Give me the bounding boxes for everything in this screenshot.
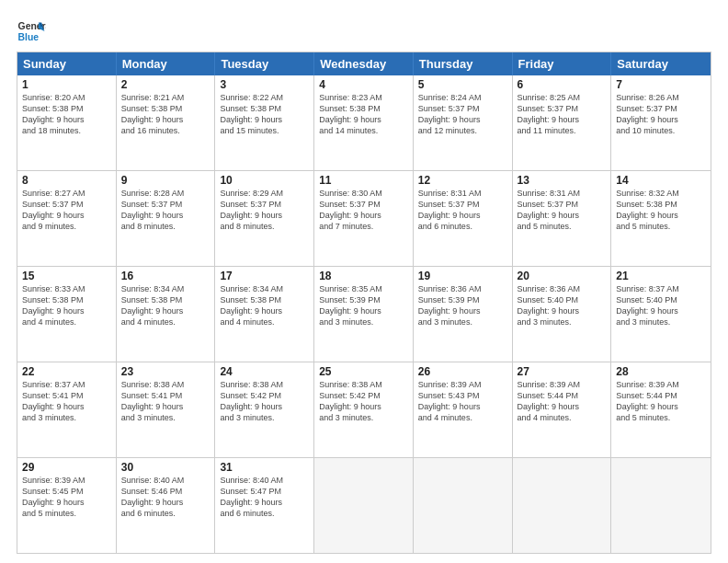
day-info: Sunrise: 8:38 AMSunset: 5:41 PMDaylight:…: [121, 379, 210, 424]
day-info: Sunrise: 8:39 AMSunset: 5:45 PMDaylight:…: [22, 475, 111, 520]
header-day-wednesday: Wednesday: [314, 52, 414, 75]
day-number: 17: [220, 270, 309, 282]
calendar-cell: 11Sunrise: 8:30 AMSunset: 5:37 PMDayligh…: [314, 171, 414, 266]
day-info: Sunrise: 8:25 AMSunset: 5:37 PMDaylight:…: [518, 92, 607, 137]
calendar-cell: 30Sunrise: 8:40 AMSunset: 5:46 PMDayligh…: [117, 458, 216, 553]
calendar-cell: 18Sunrise: 8:35 AMSunset: 5:39 PMDayligh…: [314, 267, 414, 362]
day-number: 19: [418, 270, 507, 282]
calendar-cell: 3Sunrise: 8:22 AMSunset: 5:38 PMDaylight…: [215, 75, 314, 170]
week-row-5: 29Sunrise: 8:39 AMSunset: 5:45 PMDayligh…: [17, 457, 711, 553]
header-day-thursday: Thursday: [414, 52, 513, 75]
calendar-cell: 8Sunrise: 8:27 AMSunset: 5:37 PMDaylight…: [17, 171, 117, 266]
week-row-4: 22Sunrise: 8:37 AMSunset: 5:41 PMDayligh…: [17, 362, 711, 457]
calendar-cell: 20Sunrise: 8:36 AMSunset: 5:40 PMDayligh…: [513, 267, 612, 362]
day-info: Sunrise: 8:30 AMSunset: 5:37 PMDaylight:…: [319, 188, 408, 233]
header-day-tuesday: Tuesday: [215, 52, 314, 75]
calendar-cell: 21Sunrise: 8:37 AMSunset: 5:40 PMDayligh…: [611, 267, 711, 362]
day-info: Sunrise: 8:39 AMSunset: 5:44 PMDaylight:…: [518, 379, 607, 424]
day-number: 16: [121, 270, 210, 282]
week-row-1: 1Sunrise: 8:20 AMSunset: 5:38 PMDaylight…: [17, 75, 711, 170]
day-info: Sunrise: 8:40 AMSunset: 5:46 PMDaylight:…: [121, 475, 210, 520]
calendar-header: SundayMondayTuesdayWednesdayThursdayFrid…: [17, 52, 711, 75]
day-number: 31: [220, 461, 309, 474]
calendar-cell: [414, 458, 513, 553]
calendar-cell: [513, 458, 612, 553]
day-number: 20: [518, 270, 607, 282]
day-info: Sunrise: 8:31 AMSunset: 5:37 PMDaylight:…: [418, 188, 507, 233]
day-number: 23: [121, 365, 210, 378]
day-info: Sunrise: 8:27 AMSunset: 5:37 PMDaylight:…: [22, 188, 111, 233]
calendar-cell: 15Sunrise: 8:33 AMSunset: 5:38 PMDayligh…: [17, 267, 117, 362]
day-info: Sunrise: 8:37 AMSunset: 5:40 PMDaylight:…: [616, 283, 706, 328]
day-number: 12: [418, 174, 507, 187]
day-number: 2: [121, 78, 210, 91]
day-number: 27: [518, 365, 607, 378]
day-info: Sunrise: 8:39 AMSunset: 5:44 PMDaylight:…: [616, 379, 706, 424]
day-info: Sunrise: 8:28 AMSunset: 5:37 PMDaylight:…: [121, 188, 210, 233]
day-info: Sunrise: 8:32 AMSunset: 5:38 PMDaylight:…: [616, 188, 706, 233]
svg-text:Blue: Blue: [18, 32, 40, 42]
day-number: 3: [220, 78, 309, 91]
calendar-cell: [314, 458, 414, 553]
day-number: 14: [616, 174, 706, 187]
header-day-saturday: Saturday: [611, 52, 711, 75]
calendar-cell: 23Sunrise: 8:38 AMSunset: 5:41 PMDayligh…: [117, 362, 216, 457]
day-number: 25: [319, 365, 408, 378]
day-number: 28: [616, 365, 706, 378]
day-number: 8: [22, 174, 111, 187]
calendar-cell: 29Sunrise: 8:39 AMSunset: 5:45 PMDayligh…: [17, 458, 117, 553]
day-info: Sunrise: 8:34 AMSunset: 5:38 PMDaylight:…: [220, 283, 309, 328]
calendar-cell: 1Sunrise: 8:20 AMSunset: 5:38 PMDaylight…: [17, 75, 117, 170]
day-number: 13: [518, 174, 607, 187]
calendar-cell: 24Sunrise: 8:38 AMSunset: 5:42 PMDayligh…: [215, 362, 314, 457]
page: General Blue SundayMondayTuesdayWednesda…: [0, 0, 728, 563]
logo: General Blue: [17, 17, 50, 46]
calendar-cell: 5Sunrise: 8:24 AMSunset: 5:37 PMDaylight…: [414, 75, 513, 170]
calendar-cell: 4Sunrise: 8:23 AMSunset: 5:38 PMDaylight…: [314, 75, 414, 170]
calendar-cell: 12Sunrise: 8:31 AMSunset: 5:37 PMDayligh…: [414, 171, 513, 266]
calendar-cell: 22Sunrise: 8:37 AMSunset: 5:41 PMDayligh…: [17, 362, 117, 457]
day-info: Sunrise: 8:40 AMSunset: 5:47 PMDaylight:…: [220, 475, 309, 520]
calendar-cell: 26Sunrise: 8:39 AMSunset: 5:43 PMDayligh…: [414, 362, 513, 457]
day-number: 4: [319, 78, 408, 91]
day-number: 30: [121, 461, 210, 474]
day-info: Sunrise: 8:36 AMSunset: 5:40 PMDaylight:…: [518, 283, 607, 328]
day-info: Sunrise: 8:29 AMSunset: 5:37 PMDaylight:…: [220, 188, 309, 233]
day-info: Sunrise: 8:20 AMSunset: 5:38 PMDaylight:…: [22, 92, 111, 137]
calendar-cell: 13Sunrise: 8:31 AMSunset: 5:37 PMDayligh…: [513, 171, 612, 266]
day-number: 15: [22, 270, 111, 282]
calendar-cell: [611, 458, 711, 553]
day-number: 7: [616, 78, 706, 91]
day-info: Sunrise: 8:36 AMSunset: 5:39 PMDaylight:…: [418, 283, 507, 328]
week-row-3: 15Sunrise: 8:33 AMSunset: 5:38 PMDayligh…: [17, 266, 711, 362]
header-day-friday: Friday: [513, 52, 612, 75]
day-info: Sunrise: 8:37 AMSunset: 5:41 PMDaylight:…: [22, 379, 111, 424]
day-info: Sunrise: 8:34 AMSunset: 5:38 PMDaylight:…: [121, 283, 210, 328]
day-number: 26: [418, 365, 507, 378]
calendar-cell: 17Sunrise: 8:34 AMSunset: 5:38 PMDayligh…: [215, 267, 314, 362]
calendar-cell: 25Sunrise: 8:38 AMSunset: 5:42 PMDayligh…: [314, 362, 414, 457]
day-info: Sunrise: 8:35 AMSunset: 5:39 PMDaylight:…: [319, 283, 408, 328]
calendar-cell: 27Sunrise: 8:39 AMSunset: 5:44 PMDayligh…: [513, 362, 612, 457]
day-number: 18: [319, 270, 408, 282]
header-day-monday: Monday: [117, 52, 216, 75]
day-info: Sunrise: 8:21 AMSunset: 5:38 PMDaylight:…: [121, 92, 210, 137]
day-info: Sunrise: 8:39 AMSunset: 5:43 PMDaylight:…: [418, 379, 507, 424]
calendar-cell: 14Sunrise: 8:32 AMSunset: 5:38 PMDayligh…: [611, 171, 711, 266]
day-number: 5: [418, 78, 507, 91]
header-day-sunday: Sunday: [17, 52, 117, 75]
day-number: 29: [22, 461, 111, 474]
calendar-cell: 7Sunrise: 8:26 AMSunset: 5:37 PMDaylight…: [611, 75, 711, 170]
day-number: 1: [22, 78, 111, 91]
day-info: Sunrise: 8:23 AMSunset: 5:38 PMDaylight:…: [319, 92, 408, 137]
day-number: 6: [518, 78, 607, 91]
day-info: Sunrise: 8:33 AMSunset: 5:38 PMDaylight:…: [22, 283, 111, 328]
day-info: Sunrise: 8:31 AMSunset: 5:37 PMDaylight:…: [518, 188, 607, 233]
day-number: 11: [319, 174, 408, 187]
calendar: SundayMondayTuesdayWednesdayThursdayFrid…: [17, 52, 711, 554]
calendar-cell: 10Sunrise: 8:29 AMSunset: 5:37 PMDayligh…: [215, 171, 314, 266]
calendar-cell: 9Sunrise: 8:28 AMSunset: 5:37 PMDaylight…: [117, 171, 216, 266]
calendar-cell: 31Sunrise: 8:40 AMSunset: 5:47 PMDayligh…: [215, 458, 314, 553]
day-info: Sunrise: 8:22 AMSunset: 5:38 PMDaylight:…: [220, 92, 309, 137]
calendar-cell: 28Sunrise: 8:39 AMSunset: 5:44 PMDayligh…: [611, 362, 711, 457]
